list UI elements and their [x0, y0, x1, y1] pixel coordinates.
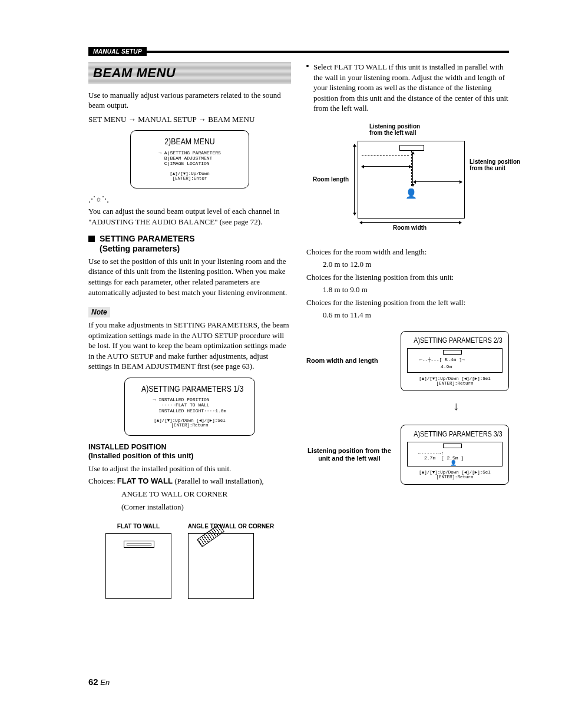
menu-path: SET MENU → MANUAL SETUP → BEAM MENU [88, 114, 291, 125]
page-number: 62 En [88, 677, 110, 687]
lcd-setting-parameters-1: A)SETTING PARAMETERS 1/3 → INSTALLED POS… [124, 378, 255, 436]
tip-icon: ⋰☼⋱ [88, 194, 291, 204]
range-listening-unit: Choices for the listening position from … [306, 272, 509, 283]
note-label: Note [88, 307, 110, 317]
setting-parameters-body: Use to set the position of this unit in … [88, 256, 291, 297]
beam-menu-title: BEAM MENU [93, 65, 176, 80]
range-listening-left: Choices for the listening position from … [306, 297, 509, 308]
lcd-title: 2)BEAM MENU [146, 135, 233, 147]
caption-bottom: Room width [393, 224, 427, 231]
lcd-title: A)SETTING PARAMETERS 1/3 [141, 383, 238, 395]
installed-choices: Choices: FLAT TO WALL (Parallel to wall … [88, 476, 291, 487]
lcd-hint: [▲]/[▼]:Up/Down [◀]/[▶]:Sel [ENTER]:Retu… [131, 418, 249, 428]
beam-menu-banner: BEAM MENU [88, 62, 291, 84]
square-bullet-icon [88, 236, 95, 242]
param-row-2: Room width and length A)SETTING PARAMETE… [306, 331, 509, 391]
columns: BEAM MENU Use to manually adjust various… [88, 62, 509, 599]
header-tab: MANUAL SETUP [88, 47, 147, 56]
lcd-beam-menu: 2)BEAM MENU → A)SETTING PARAMETERS B)BEA… [130, 130, 249, 188]
caption-top: Listening position from the left wall [369, 123, 420, 137]
page: MANUAL SETUP BEAM MENU Use to manually a… [0, 0, 562, 728]
installed-position-heading: INSTALLED POSITION (Installed position o… [88, 443, 291, 461]
flat-to-wall-diagram: FLAT TO WALL [105, 515, 171, 599]
install-diagrams: FLAT TO WALL ANGLE TO WALL OR CORNER [88, 515, 291, 599]
setting-parameters-heading: SETTING PARAMETERS (Setting parameters) [88, 234, 291, 254]
installed-body: Use to adjust the installed position of … [88, 464, 291, 474]
unit-icon [399, 145, 424, 151]
range-width-length: Choices for the room width and length: [306, 247, 509, 257]
unit-icon [124, 541, 154, 548]
arrow-icon: → [128, 115, 138, 124]
listener-icon: 👤 [405, 187, 417, 200]
right-column: Select FLAT TO WALL if this unit is inst… [306, 62, 509, 599]
header-strip: MANUAL SETUP [88, 47, 509, 56]
angle-to-wall-diagram: ANGLE TO WALL OR CORNER [188, 515, 274, 599]
select-flat-paragraph: Select FLAT TO WALL if this unit is inst… [306, 62, 509, 114]
bullet-icon [306, 65, 309, 67]
left-column: BEAM MENU Use to manually adjust various… [88, 62, 291, 599]
room-box: 👤 [358, 141, 465, 219]
param-row-3: Listening position from the unit and the… [306, 425, 509, 485]
arrow-icon: → [199, 115, 209, 124]
lcd-body: → A)SETTING PARAMETERS B)BEAM ADJUSTMENT… [158, 150, 221, 167]
lcd-setting-parameters-3: A)SETTING PARAMETERS 3/3 ←------→↑ 2.7m … [401, 425, 509, 485]
beam-intro: Use to manually adjust various parameter… [88, 90, 291, 111]
lcd-body: → INSTALLED POSITION ·····FLAT TO WALL I… [153, 397, 227, 413]
header-rule [147, 51, 509, 53]
lcd-setting-parameters-2: A)SETTING PARAMETERS 2/3 ←--┼---[ 5.4m ]… [401, 331, 509, 391]
lcd-hint: [▲]/[▼]:Up/Down [ENTER]:Enter [137, 171, 243, 181]
tip-text: You can adjust the sound beam output lev… [88, 206, 291, 227]
down-arrow-icon: ↓ [403, 398, 509, 414]
note-body: If you make adjustments in SETTING PARAM… [88, 320, 291, 372]
room-figure: Listening position from the left wall Li… [328, 123, 487, 241]
caption-left: Room length [313, 176, 349, 183]
caption-right: Listening position from the unit [470, 158, 520, 172]
